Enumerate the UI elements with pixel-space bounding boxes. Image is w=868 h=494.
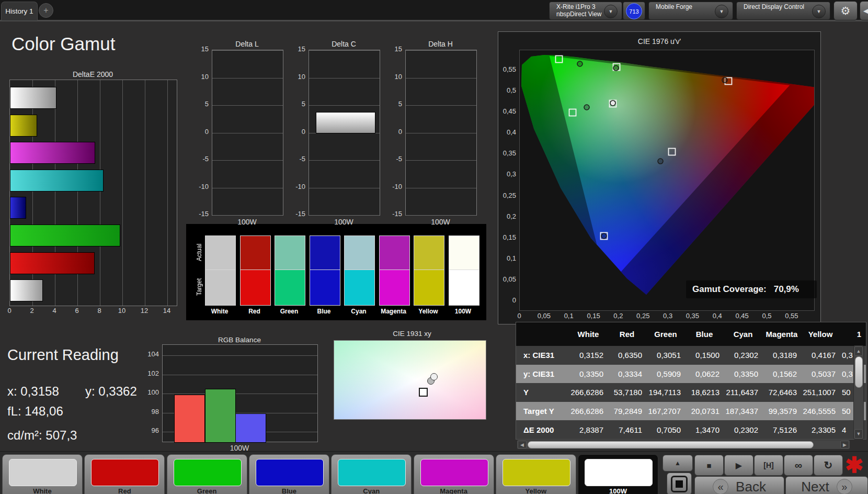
meter-line2: Direct View xyxy=(570,10,601,18)
add-tab-button[interactable]: + xyxy=(39,3,53,18)
delta-y-tick: 0 xyxy=(381,128,402,136)
deltae-x-tick: 6 xyxy=(69,307,85,315)
pattern-button-cyan[interactable]: Cyan xyxy=(331,454,412,494)
next-button[interactable]: Next » xyxy=(785,476,868,494)
stop-button[interactable]: ■ xyxy=(694,455,724,476)
pattern-label: Red xyxy=(85,487,164,494)
swatch-target-yellow xyxy=(414,270,444,306)
delta-bar xyxy=(316,112,375,134)
table-cell: 0,7050 xyxy=(646,420,681,439)
tab-history-1[interactable]: History 1 xyxy=(1,2,38,20)
table-row: Target Y266,628679,2849167,270720,073118… xyxy=(516,402,866,421)
cie1976-chart xyxy=(519,50,815,311)
delta-y-tick: -15 xyxy=(188,210,209,218)
scrollbar-thumb[interactable] xyxy=(528,441,814,448)
top-bar-divider xyxy=(0,20,868,21)
continuous-read-button[interactable]: ∞ xyxy=(784,455,813,476)
delta-gridline xyxy=(212,50,283,51)
deltae-gridline xyxy=(122,80,123,306)
alert-asterisk-icon: ✱ xyxy=(845,452,863,478)
table-vertical-scrollbar[interactable]: ▲ ▼ xyxy=(853,345,864,440)
cie1976-y-tick: 0,3 xyxy=(493,170,516,178)
measured-dot-cyan xyxy=(584,105,589,110)
back-label: Back xyxy=(736,479,766,494)
meter-status-strip xyxy=(551,4,553,18)
pattern-button-blue[interactable]: Blue xyxy=(249,454,329,494)
display-control-dropdown[interactable]: Direct Display Control ▼ xyxy=(736,2,830,20)
deltae-chart-title: DeltaE 2000 xyxy=(9,70,176,78)
swatch-name: Red xyxy=(239,308,270,315)
source-status-strip xyxy=(650,4,653,18)
table-cell: 0,4167 xyxy=(801,346,836,365)
swatch-name: White xyxy=(204,308,235,315)
chevron-left-icon: « xyxy=(713,479,728,494)
pattern-list-up-button[interactable]: ▲ xyxy=(663,455,693,471)
pattern-swatch xyxy=(585,459,653,486)
pattern-swatch xyxy=(502,459,570,486)
deltae-chart xyxy=(9,80,177,306)
scroll-up-icon[interactable]: ▲ xyxy=(854,346,863,356)
scrollbar-thumb[interactable] xyxy=(855,356,863,388)
table-cell: 0,1500 xyxy=(685,346,719,365)
table-cell: 18,6213 xyxy=(685,383,719,402)
pattern-button-100w[interactable]: 100W xyxy=(578,454,658,494)
cie1976-y-tick: 0,05 xyxy=(493,275,516,283)
delta-y-tick: 10 xyxy=(381,73,402,81)
delta-chart-title: Delta L xyxy=(212,40,282,48)
table-cell: 2,3305 xyxy=(801,420,836,439)
delta-x-label: 100W xyxy=(309,218,379,226)
cie1976-x-tick: 0,1 xyxy=(558,312,579,320)
loop-button[interactable]: ↻ xyxy=(814,455,843,476)
scroll-right-icon[interactable]: ▶ xyxy=(840,441,849,448)
pattern-button-white[interactable]: White xyxy=(2,454,83,494)
table-cell: 0,2302 xyxy=(724,346,758,365)
cie1976-y-tick: 0,5 xyxy=(493,86,516,94)
table-cell: 266,6286 xyxy=(569,402,603,421)
delta-y-tick: -10 xyxy=(381,183,402,190)
collapse-panel-button[interactable]: ◀ xyxy=(860,1,868,20)
table-cell: 0,6350 xyxy=(608,346,642,365)
table-cell: 0,3051 xyxy=(646,346,681,365)
meter-badge: 713 xyxy=(626,3,642,19)
pattern-size-button[interactable]: [H] xyxy=(754,455,783,476)
table-cell: 0,5037 xyxy=(801,365,836,384)
page-title: Color Gamut xyxy=(12,33,115,54)
delta-gridline xyxy=(212,133,283,133)
chevron-down-icon[interactable]: ▼ xyxy=(715,5,728,18)
table-cell: 20,0731 xyxy=(685,402,719,421)
pattern-button-yellow[interactable]: Yellow xyxy=(496,454,576,494)
pattern-button-red[interactable]: Red xyxy=(84,454,165,494)
deltae-gridline xyxy=(100,80,100,306)
source-dropdown[interactable]: Mobile Forge ▼ xyxy=(648,2,733,20)
pattern-button-magenta[interactable]: Magenta xyxy=(414,454,494,494)
pattern-label: White xyxy=(3,487,82,494)
rgb-y-tick: 96 xyxy=(136,426,159,434)
play-button[interactable]: ▶ xyxy=(724,455,753,476)
table-cell: 99,3579 xyxy=(762,402,797,421)
table-cell: 246,5555 xyxy=(801,402,836,421)
table-horizontal-scrollbar[interactable]: ◀ ▶ xyxy=(517,440,850,450)
meter-line1: X-Rite i1Pro 3 xyxy=(556,3,596,10)
rgb-bar-green xyxy=(205,389,236,443)
tab-label: History 1 xyxy=(5,7,33,15)
chevron-left-icon: ◀ xyxy=(863,7,868,15)
table-row-label: Target Y xyxy=(516,402,576,421)
target-row-label: Target xyxy=(196,270,203,305)
chevron-down-icon[interactable]: ▼ xyxy=(604,5,618,18)
delta-gridline xyxy=(212,160,283,161)
table-row: x: CIE310,31520,63500,30510,15000,23020,… xyxy=(516,346,866,365)
pattern-label: Magenta xyxy=(414,487,494,494)
measured-dot-green xyxy=(577,61,583,66)
deltae-x-tick: 0 xyxy=(2,307,17,315)
pattern-button-green[interactable]: Green xyxy=(167,454,247,494)
pattern-window-button[interactable] xyxy=(667,473,692,494)
meter-dropdown[interactable]: X-Rite i1Pro 3 nbspDirect View ▼ xyxy=(549,2,622,20)
pattern-label: 100W xyxy=(578,487,658,494)
scroll-down-icon[interactable]: ▼ xyxy=(854,429,863,439)
meter-badge-box[interactable]: 713 xyxy=(623,2,645,20)
chevron-down-icon[interactable]: ▼ xyxy=(812,5,826,18)
scroll-left-icon[interactable]: ◀ xyxy=(518,441,527,448)
back-button[interactable]: « Back xyxy=(694,476,784,494)
settings-button[interactable]: ⚙ xyxy=(833,1,858,20)
reading-fl: fL: 148,06 xyxy=(7,404,63,419)
